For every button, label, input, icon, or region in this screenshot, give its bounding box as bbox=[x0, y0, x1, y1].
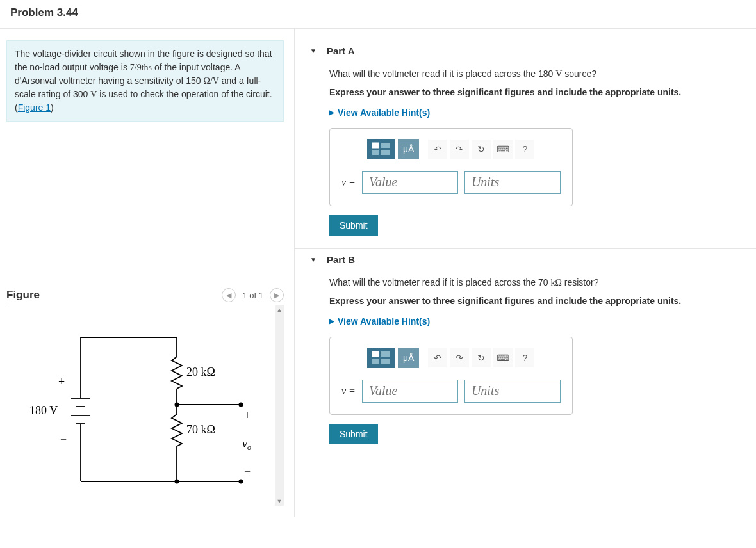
part-b-instruction: Express your answer to three significant… bbox=[329, 294, 741, 308]
svg-point-17 bbox=[175, 480, 179, 484]
units-picker-button[interactable]: μÅ bbox=[398, 139, 419, 159]
part-b-answer-box: μÅ ↶ ↷ ↻ ⌨ ? v = bbox=[329, 337, 573, 415]
svg-rect-22 bbox=[381, 150, 390, 155]
svg-rect-23 bbox=[372, 351, 379, 357]
svg-point-16 bbox=[239, 403, 243, 407]
figure-scrollbar[interactable]: ▲ ▼ bbox=[275, 305, 284, 506]
vo-minus: − bbox=[244, 465, 251, 478]
part-a-instruction: Express your answer to three significant… bbox=[329, 85, 741, 99]
triangle-right-icon: ▶ bbox=[329, 318, 334, 325]
part-b-header[interactable]: ▼ Part B bbox=[310, 249, 741, 275]
source-label: 180 V bbox=[29, 404, 58, 417]
part-a-header[interactable]: ▼ Part A bbox=[310, 40, 741, 67]
figure-title: Figure bbox=[6, 289, 40, 302]
keyboard-button[interactable]: ⌨ bbox=[493, 348, 513, 367]
reset-button[interactable]: ↻ bbox=[472, 140, 491, 159]
vo-plus: + bbox=[244, 409, 251, 422]
part-a: ▼ Part A What will the voltmeter read if… bbox=[295, 40, 756, 249]
part-b-value-input[interactable] bbox=[362, 380, 458, 403]
figure-pager: ◀ 1 of 1 ▶ bbox=[222, 288, 284, 302]
problem-statement: The voltage-divider circuit shown in the… bbox=[6, 40, 284, 122]
part-a-hints-toggle[interactable]: ▶ View Available Hint(s) bbox=[329, 108, 741, 118]
plus-label: + bbox=[58, 375, 65, 388]
pager-prev-button[interactable]: ◀ bbox=[222, 288, 236, 302]
part-b-lhs: v = bbox=[341, 385, 356, 397]
triangle-right-icon: ▶ bbox=[329, 109, 334, 116]
part-b: ▼ Part B What will the voltmeter read if… bbox=[295, 249, 756, 457]
part-b-title: Part B bbox=[327, 254, 355, 265]
undo-button[interactable]: ↶ bbox=[428, 348, 447, 367]
minus-label: − bbox=[60, 433, 67, 446]
pager-next-button[interactable]: ▶ bbox=[270, 288, 284, 302]
part-a-submit-button[interactable]: Submit bbox=[329, 215, 378, 236]
svg-point-18 bbox=[239, 480, 243, 484]
scroll-up-icon[interactable]: ▲ bbox=[275, 305, 284, 314]
part-a-hints-label: View Available Hint(s) bbox=[338, 108, 430, 118]
svg-rect-26 bbox=[381, 359, 390, 364]
part-a-title: Part A bbox=[327, 45, 355, 56]
caret-down-icon: ▼ bbox=[310, 47, 316, 54]
figure-link[interactable]: Figure 1 bbox=[18, 102, 51, 113]
svg-rect-21 bbox=[372, 150, 379, 155]
pager-text: 1 of 1 bbox=[242, 291, 263, 300]
r2-label: 70 kΩ bbox=[186, 423, 215, 436]
help-button[interactable]: ? bbox=[515, 348, 534, 367]
redo-button[interactable]: ↷ bbox=[450, 140, 469, 159]
svg-rect-24 bbox=[381, 351, 390, 357]
redo-button[interactable]: ↷ bbox=[450, 348, 469, 367]
templates-button[interactable] bbox=[367, 139, 395, 159]
problem-title: Problem 3.44 bbox=[10, 6, 746, 19]
units-picker-button[interactable]: μÅ bbox=[398, 348, 419, 368]
svg-rect-19 bbox=[372, 143, 379, 148]
vo-label: vo bbox=[242, 437, 251, 452]
part-a-question: What will the voltmeter read if it is pl… bbox=[329, 67, 741, 81]
scroll-down-icon[interactable]: ▼ bbox=[275, 497, 284, 506]
svg-rect-20 bbox=[381, 143, 390, 148]
undo-button[interactable]: ↶ bbox=[428, 140, 447, 159]
part-b-submit-button[interactable]: Submit bbox=[329, 424, 378, 444]
part-a-value-input[interactable] bbox=[362, 171, 458, 194]
svg-rect-25 bbox=[372, 359, 379, 364]
part-b-units-input[interactable] bbox=[464, 380, 561, 403]
part-b-question: What will the voltmeter read if it is pl… bbox=[329, 275, 741, 290]
part-a-lhs: v = bbox=[341, 177, 356, 188]
help-button[interactable]: ? bbox=[515, 140, 534, 159]
circuit-diagram: + 180 V − 20 kΩ 70 kΩ + vo − bbox=[10, 312, 267, 504]
part-a-answer-box: μÅ ↶ ↷ ↻ ⌨ ? v = bbox=[329, 128, 573, 206]
caret-down-icon: ▼ bbox=[310, 256, 316, 263]
figure-viewport: + 180 V − 20 kΩ 70 kΩ + vo − ▲ ▼ bbox=[6, 305, 284, 506]
svg-point-15 bbox=[175, 403, 179, 407]
r1-label: 20 kΩ bbox=[186, 366, 215, 378]
part-b-hints-toggle[interactable]: ▶ View Available Hint(s) bbox=[329, 316, 741, 326]
page-header: Problem 3.44 bbox=[0, 0, 756, 29]
keyboard-button[interactable]: ⌨ bbox=[493, 140, 513, 159]
templates-button[interactable] bbox=[367, 348, 395, 368]
part-a-units-input[interactable] bbox=[464, 171, 561, 194]
part-b-hints-label: View Available Hint(s) bbox=[338, 316, 430, 326]
reset-button[interactable]: ↻ bbox=[472, 348, 491, 367]
